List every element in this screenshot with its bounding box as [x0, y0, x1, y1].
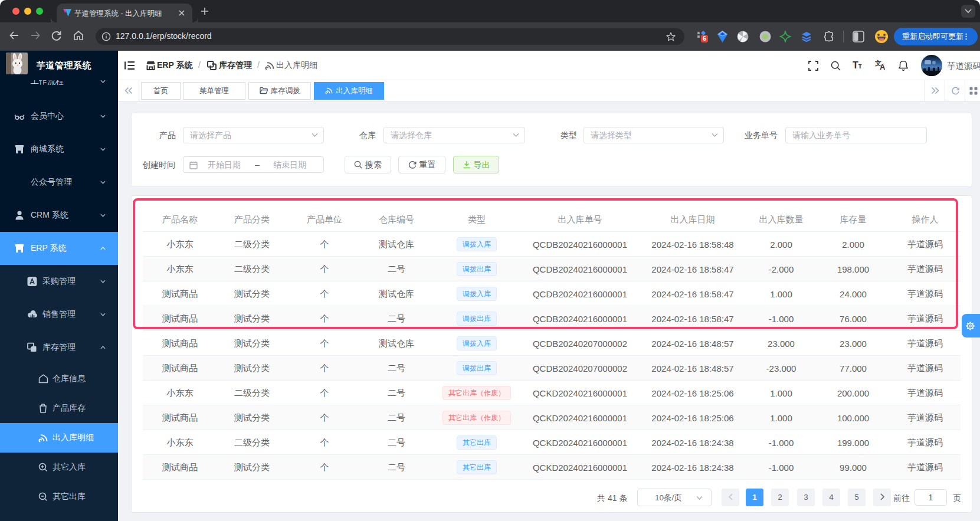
svg-text:6: 6	[703, 35, 706, 42]
